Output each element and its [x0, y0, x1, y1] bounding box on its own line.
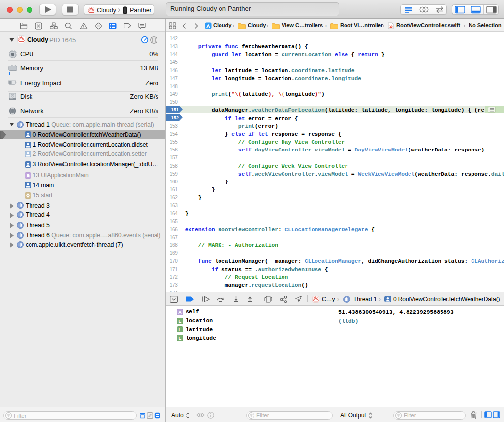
svg-text:L: L [179, 318, 182, 323]
svg-text:L: L [179, 335, 182, 341]
svg-text:A: A [178, 309, 182, 314]
svg-text:L: L [179, 327, 182, 332]
